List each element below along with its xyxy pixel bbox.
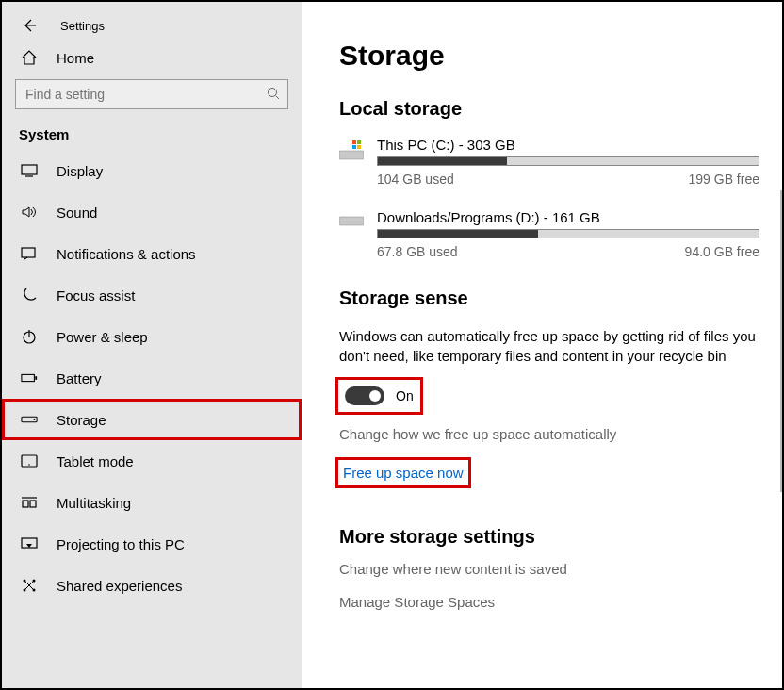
drive-usage-bar [377, 156, 760, 166]
search-icon [267, 87, 280, 103]
toggle-label: On [396, 388, 414, 403]
sound-icon [21, 204, 38, 221]
nav-label: Notifications & actions [57, 246, 196, 262]
multitasking-icon [21, 494, 38, 511]
sidebar-item-shared[interactable]: Shared experiences [2, 565, 302, 606]
sidebar: Settings Home System Display Sound [2, 2, 302, 688]
toggle-switch[interactable] [345, 386, 384, 405]
svg-rect-24 [357, 140, 361, 144]
manage-storage-spaces-link[interactable]: Manage Storage Spaces [339, 594, 760, 610]
scrollbar-track[interactable] [780, 190, 782, 492]
shared-icon [21, 577, 38, 594]
sidebar-item-storage[interactable]: Storage [2, 399, 302, 440]
search-input[interactable] [24, 86, 254, 103]
nav-label: Tablet mode [57, 453, 134, 469]
search-box[interactable] [15, 79, 288, 109]
more-settings-heading: More storage settings [339, 526, 760, 548]
drive-free: 199 GB free [689, 172, 760, 187]
svg-rect-27 [339, 217, 364, 225]
drive-c-icon [339, 140, 364, 159]
display-icon [21, 162, 38, 179]
svg-rect-25 [352, 145, 356, 149]
sidebar-item-display[interactable]: Display [2, 150, 302, 191]
svg-point-10 [34, 419, 36, 420]
svg-point-12 [28, 464, 30, 466]
svg-line-1 [276, 95, 280, 99]
drive-usage-bar [377, 229, 760, 238]
drive-c[interactable]: This PC (C:) - 303 GB 104 GB used 199 GB… [339, 137, 760, 187]
svg-point-0 [269, 88, 277, 96]
svg-rect-7 [22, 374, 35, 381]
back-icon[interactable] [21, 17, 38, 34]
settings-window: Settings Home System Display Sound [0, 0, 784, 690]
sidebar-item-battery[interactable]: Battery [2, 357, 302, 399]
category-label: System [2, 126, 302, 150]
local-storage-heading: Local storage [339, 98, 760, 120]
nav-label: Projecting to this PC [57, 536, 185, 552]
nav-label: Multitasking [57, 495, 131, 511]
nav-label: Battery [57, 370, 102, 386]
sidebar-item-projecting[interactable]: Projecting to this PC [2, 523, 302, 565]
sidebar-item-notifications[interactable]: Notifications & actions [2, 233, 302, 274]
svg-rect-8 [35, 376, 37, 380]
svg-rect-2 [22, 165, 37, 174]
page-title: Storage [339, 40, 760, 72]
storage-icon [21, 411, 38, 428]
drive-d[interactable]: Downloads/Programs (D:) - 161 GB 67.8 GB… [339, 209, 760, 259]
nav-label: Shared experiences [57, 578, 182, 594]
home-label: Home [57, 50, 94, 66]
notifications-icon [21, 245, 38, 262]
projecting-icon [21, 535, 38, 552]
nav-label: Power & sleep [57, 329, 148, 345]
window-title: Settings [60, 19, 105, 33]
svg-rect-15 [30, 501, 36, 507]
storage-sense-toggle[interactable]: On [339, 381, 419, 411]
nav-label: Sound [57, 205, 97, 221]
change-content-location-link[interactable]: Change where new content is saved [339, 561, 760, 577]
drive-used: 67.8 GB used [377, 244, 458, 259]
svg-rect-14 [23, 501, 28, 507]
main-content: Storage Local storage This PC (C:) - 303… [302, 2, 782, 688]
svg-rect-23 [352, 140, 356, 144]
drive-free: 94.0 GB free [685, 244, 760, 259]
sidebar-item-focus-assist[interactable]: Focus assist [2, 274, 302, 316]
battery-icon [21, 370, 38, 386]
power-icon [21, 328, 38, 345]
svg-rect-4 [22, 248, 35, 257]
svg-rect-21 [339, 151, 364, 159]
sidebar-item-multitasking[interactable]: Multitasking [2, 482, 302, 523]
home-icon [21, 49, 38, 66]
drive-used: 104 GB used [377, 172, 454, 187]
storage-sense-description: Windows can automatically free up space … [339, 326, 760, 366]
svg-rect-26 [357, 145, 361, 149]
focus-assist-icon [21, 287, 38, 304]
drive-name: This PC (C:) - 303 GB [377, 137, 760, 153]
sidebar-item-power-sleep[interactable]: Power & sleep [2, 316, 302, 357]
tablet-icon [21, 452, 38, 469]
nav-label: Display [57, 163, 103, 179]
sidebar-item-sound[interactable]: Sound [2, 191, 302, 233]
storage-sense-heading: Storage sense [339, 288, 760, 309]
drive-name: Downloads/Programs (D:) - 161 GB [377, 209, 760, 225]
free-up-space-link[interactable]: Free up space now [339, 461, 467, 485]
drive-d-icon [339, 213, 364, 232]
home-link[interactable]: Home [2, 43, 302, 79]
nav-label: Focus assist [57, 288, 135, 304]
change-free-space-link[interactable]: Change how we free up space automaticall… [339, 426, 760, 442]
sidebar-item-tablet[interactable]: Tablet mode [2, 440, 302, 482]
nav-label: Storage [57, 412, 106, 428]
